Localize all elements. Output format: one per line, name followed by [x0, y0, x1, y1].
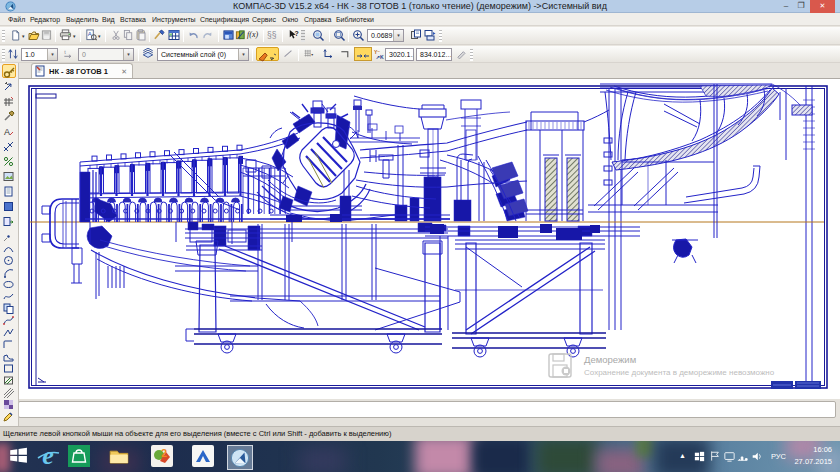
svg-text:Сохранение документа в демореж: Сохранение документа в деморежиме невозм…: [584, 368, 775, 377]
svg-text:Деморежим: Деморежим: [584, 354, 636, 365]
svg-text:A: A: [4, 127, 10, 137]
svg-text:2: 2: [161, 447, 167, 459]
